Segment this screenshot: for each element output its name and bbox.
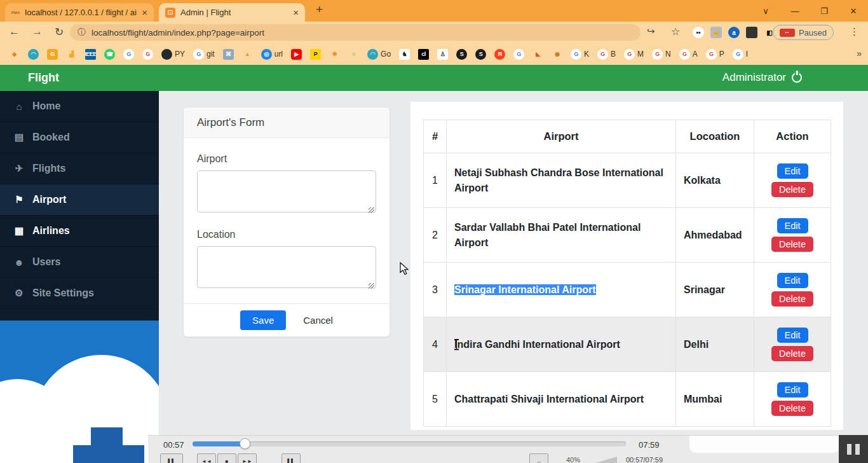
edit-button[interactable]: Edit bbox=[777, 382, 808, 397]
airports-table-panel: # Airport Locoation Action 1 Netaji Subh… bbox=[410, 102, 843, 430]
player-control-button[interactable]: ▌▌ bbox=[160, 453, 183, 463]
bookmark-star-icon[interactable]: ☆ bbox=[671, 25, 680, 38]
bookmark-item[interactable]: P bbox=[310, 49, 321, 60]
bookmark-item[interactable]: G bbox=[123, 49, 134, 60]
tab-close-icon[interactable]: × bbox=[142, 7, 147, 18]
minimize-button[interactable]: — bbox=[780, 6, 810, 16]
airport-name-cell: Srinagar International Airport bbox=[447, 263, 676, 317]
brand-link[interactable]: Flight bbox=[28, 71, 59, 85]
extension-icon[interactable]: •• bbox=[693, 27, 704, 38]
delete-button[interactable]: Delete bbox=[771, 182, 813, 197]
sidebar-item[interactable]: ▤ Booked bbox=[0, 122, 159, 153]
tab-admin-flight[interactable]: ⊡ Admin | Flight × bbox=[159, 3, 305, 22]
maximize-button[interactable]: ❐ bbox=[810, 6, 839, 16]
bookmark-item[interactable]: Я bbox=[494, 49, 505, 60]
bookmark-item[interactable]: ◎ url bbox=[261, 49, 283, 60]
sidebar-item-label: Flights bbox=[32, 163, 65, 174]
resize-control-button[interactable]: ↔ bbox=[529, 453, 548, 463]
sidebar-item[interactable]: ⚑ Airport bbox=[0, 184, 159, 216]
bookmark-item[interactable]: ◣ bbox=[532, 49, 543, 60]
delete-button[interactable]: Delete bbox=[771, 237, 813, 252]
power-icon[interactable] bbox=[792, 73, 802, 83]
form-body: Airport Location bbox=[184, 138, 390, 303]
bookmark-item[interactable]: ◠ Go bbox=[367, 49, 391, 60]
seek-bar[interactable] bbox=[193, 441, 626, 446]
delete-button[interactable]: Delete bbox=[771, 346, 813, 361]
bookmark-item[interactable]: S bbox=[475, 49, 486, 60]
sidebar-item[interactable]: ▦ Airlines bbox=[0, 216, 159, 247]
location-input[interactable] bbox=[197, 246, 376, 288]
action-cell: Edit Delete bbox=[754, 317, 831, 372]
edit-button[interactable]: Edit bbox=[777, 273, 808, 288]
airport-input[interactable] bbox=[197, 170, 376, 212]
edit-button[interactable]: Edit bbox=[777, 163, 808, 179]
airport-field-wrap bbox=[197, 170, 376, 215]
bookmark-item[interactable]: ○ bbox=[348, 49, 359, 60]
bookmark-item[interactable]: G I bbox=[733, 49, 748, 60]
cancel-button[interactable]: Cancel bbox=[303, 315, 333, 326]
bookmark-item[interactable]: ☎ bbox=[104, 49, 115, 60]
browser-menu-icon[interactable]: ⋮ bbox=[850, 26, 859, 38]
bookmark-item[interactable]: ◠ bbox=[28, 49, 39, 60]
bookmark-item[interactable]: ◉ bbox=[552, 49, 562, 60]
seek-bar-thumb[interactable] bbox=[240, 438, 250, 449]
bookmark-item[interactable]: G B bbox=[597, 49, 616, 60]
bookmark-item[interactable]: ♙ bbox=[437, 49, 448, 60]
sidebar-item[interactable]: ☻ Users bbox=[0, 247, 159, 278]
edit-button[interactable]: Edit bbox=[777, 218, 808, 233]
player-control-button[interactable]: ■ bbox=[217, 453, 236, 463]
bookmark-item[interactable]: G bbox=[142, 49, 153, 60]
bookmark-item[interactable]: G bbox=[513, 49, 524, 60]
pause-overlay-button[interactable] bbox=[839, 435, 868, 463]
bookmark-item[interactable]: G P bbox=[706, 49, 724, 60]
tab-search-icon[interactable]: ∨ bbox=[751, 6, 780, 16]
sidebar-item[interactable]: ✈ Flights bbox=[0, 153, 159, 184]
bookmark-item[interactable]: G M bbox=[624, 49, 644, 60]
tab-phpmyadmin[interactable]: PMA localhost / 127.0.0.1 / flight / air… bbox=[5, 3, 154, 22]
bookmark-item[interactable]: G bbox=[47, 49, 58, 60]
bookmark-item[interactable]: G git bbox=[193, 49, 215, 60]
bookmark-item[interactable]: ✱ bbox=[329, 49, 340, 60]
player-control-button[interactable]: ◄◄ bbox=[197, 453, 216, 463]
back-icon[interactable]: ← bbox=[9, 25, 20, 38]
bookmark-item[interactable]: ◆ bbox=[9, 49, 20, 60]
sidebar-item[interactable]: ⚙ Site Settings bbox=[0, 278, 159, 309]
tab-close-icon[interactable]: × bbox=[293, 7, 299, 18]
bookmark-item[interactable]: PY bbox=[161, 49, 185, 60]
extension-icon[interactable] bbox=[746, 27, 757, 38]
sidebar-item[interactable]: ⌂ Home bbox=[0, 91, 159, 122]
bookmark-label: M bbox=[637, 50, 644, 59]
delete-button[interactable]: Delete bbox=[771, 291, 813, 307]
site-info-icon[interactable]: ⓘ bbox=[78, 27, 86, 38]
bookmark-item[interactable]: cl bbox=[418, 49, 429, 60]
bookmark-item[interactable]: S bbox=[456, 49, 467, 60]
bookmark-item[interactable]: IEEE bbox=[85, 49, 96, 60]
save-button[interactable]: Save bbox=[240, 310, 286, 330]
bookmark-item[interactable]: ⌘ bbox=[223, 49, 234, 60]
forward-icon[interactable]: → bbox=[32, 25, 43, 38]
address-bar[interactable]: ⓘ localhost/flight/admin/index.php?page=… bbox=[70, 24, 641, 41]
share-icon[interactable]: ↪ bbox=[647, 25, 655, 37]
close-button[interactable]: ✕ bbox=[839, 6, 868, 16]
bookmark-item[interactable]: G N bbox=[652, 49, 671, 60]
reload-icon[interactable]: ↻ bbox=[55, 25, 64, 39]
bookmark-favicon: ◣ bbox=[532, 49, 543, 60]
bookmark-item[interactable]: ▲ bbox=[242, 49, 253, 60]
player-control-button[interactable]: ►► bbox=[238, 453, 257, 463]
edit-button[interactable]: Edit bbox=[777, 328, 808, 343]
delete-button[interactable]: Delete bbox=[771, 401, 813, 416]
bookmark-item[interactable]: ▟ bbox=[66, 49, 77, 60]
extension-icon[interactable]: a bbox=[728, 27, 740, 38]
extension-icon[interactable]: ☝ bbox=[710, 27, 722, 38]
player-control-button[interactable]: ▌▌ bbox=[281, 453, 301, 463]
url-text[interactable]: localhost/flight/admin/index.php?page=ai… bbox=[92, 28, 264, 38]
bookmark-item[interactable]: G A bbox=[679, 49, 698, 60]
new-tab-button[interactable]: + bbox=[316, 3, 323, 17]
bookmarks-overflow-icon[interactable]: » bbox=[857, 48, 862, 59]
paused-badge[interactable]: ▪▪ Paused bbox=[773, 25, 834, 40]
volume-wedge-icon[interactable] bbox=[589, 457, 617, 463]
bookmark-item[interactable]: ▶ bbox=[291, 49, 302, 60]
bookmark-item[interactable]: ♞ bbox=[399, 49, 410, 60]
administrator-menu[interactable]: Administrator bbox=[722, 71, 802, 84]
bookmark-item[interactable]: G K bbox=[571, 49, 589, 60]
